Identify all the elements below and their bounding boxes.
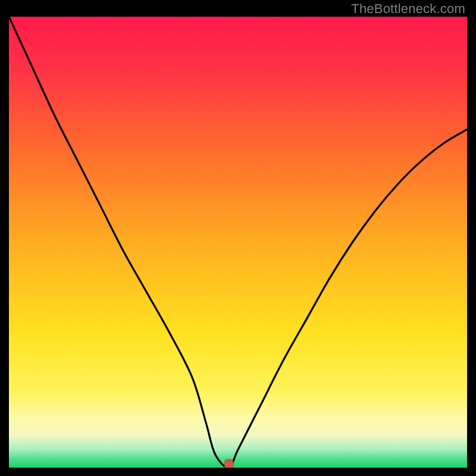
gradient-background [9, 17, 467, 468]
watermark-text: TheBottleneck.com [351, 1, 465, 17]
chart-frame: TheBottleneck.com [0, 0, 476, 476]
plot-area [9, 17, 467, 468]
min-marker [225, 459, 233, 468]
chart-svg [9, 17, 467, 468]
